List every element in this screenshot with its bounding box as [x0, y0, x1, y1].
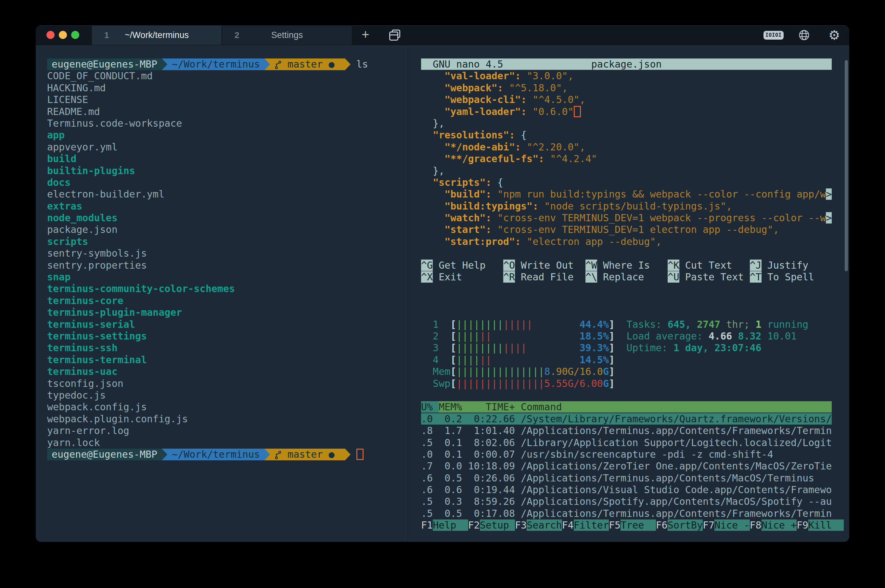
terminal-pane-left[interactable]: eugene@Eugenes-MBP~/Work/terminus master… — [36, 45, 408, 542]
gap — [615, 342, 626, 354]
nano-shortcut-key: ^J — [750, 260, 762, 271]
code-segment — [421, 188, 444, 200]
file-item: README.md — [47, 106, 408, 118]
code-segment: "build:typings": — [444, 201, 544, 212]
file-name: yarn-error.log — [47, 425, 129, 436]
meter-label: 4 — [421, 354, 450, 366]
nano-shortcut-label: Exit — [433, 271, 503, 283]
scrollbar[interactable] — [845, 60, 848, 271]
dir-item: terminus-terminal — [47, 354, 408, 366]
stack-front-square — [389, 32, 398, 40]
meter-bracket: [ — [450, 342, 456, 354]
nano-titlebar: GNU nano 4.5 package.json — [421, 58, 832, 70]
blank-row — [421, 307, 849, 318]
htop-info-segment: 10.01 — [767, 330, 796, 342]
file-item: electron-builder.yml — [47, 188, 408, 200]
meter-bars: || — [480, 354, 492, 366]
line-continuation-marker: > — [826, 212, 832, 224]
nano-line: "*/node-abi": "^2.20.0", — [421, 141, 849, 153]
code-segment: "^5.18.0", — [509, 82, 568, 93]
fkey-number: F3 — [515, 519, 526, 531]
code-segment — [421, 212, 444, 224]
htop-meter-row: 2 [|||||| 18.5%] Load average: 4.66 8.32… — [421, 330, 849, 342]
serial-ports-button[interactable]: IOIOI — [764, 31, 784, 40]
htop-meter-row: 1 [||||||||||||| 44.4%] Tasks: 645, 2747… — [421, 319, 849, 330]
selected-process: .0 0.2 0:22.66 /System/Library/Framework… — [421, 413, 832, 424]
terminal-pane-right[interactable]: GNU nano 4.5 package.json "val-loader": … — [408, 45, 849, 542]
dir-item: terminus-serial — [47, 319, 408, 330]
file-item: yarn-error.log — [47, 425, 408, 436]
nano-shortcut-label: Write Out — [515, 260, 585, 271]
windows-stack-icon[interactable] — [389, 30, 400, 40]
code-segment: "npm run build:typings && webpack --colo… — [497, 188, 826, 200]
prompt-path: ~/Work/terminus — [167, 448, 264, 460]
meter-value: 44.4% — [580, 319, 609, 330]
code-segment: "val-loader": — [444, 70, 526, 81]
meter-label: 3 — [421, 342, 450, 354]
meter-bracket: [ — [450, 354, 456, 366]
file-name: CODE_OF_CONDUCT.md — [47, 70, 153, 81]
prompt-user: eugene@Eugenes-MBP — [47, 58, 162, 70]
meter-bars: ||||| — [503, 319, 532, 330]
nano-line: "build": "npm run build:typings && webpa… — [421, 188, 849, 200]
code-segment: "resolutions": — [433, 129, 521, 141]
blank-row — [421, 283, 849, 295]
code-segment: }, — [421, 118, 444, 129]
prompt-line: eugene@Eugenes-MBP~/Work/terminus master… — [47, 448, 408, 460]
fkey-label: Nice - — [714, 519, 750, 531]
nano-shortcut-label: To Spell — [762, 271, 832, 283]
powerline-arrow — [264, 448, 270, 460]
new-tab-button[interactable]: + — [358, 26, 373, 45]
gap — [615, 330, 626, 342]
fkey-number: F7 — [703, 519, 714, 531]
htop-info-segment: 2747 — [697, 319, 720, 330]
close-button[interactable] — [46, 31, 55, 39]
branch-dirty-dot: ● — [329, 58, 334, 70]
code-segment: "webpack": — [444, 82, 509, 93]
minimize-button[interactable] — [59, 31, 67, 39]
gap — [615, 319, 626, 330]
file-name: build — [47, 153, 76, 164]
dir-item: build — [47, 153, 408, 165]
nano-line: "webpack": "^5.18.0", — [421, 82, 849, 94]
globe-button[interactable] — [798, 29, 810, 41]
process-row: .0 0.2 0:22.66 /System/Library/Framework… — [421, 413, 849, 425]
tab-title: Settings — [222, 26, 352, 45]
file-item: webpack.plugin.config.js — [47, 413, 408, 425]
meter-bars: |||| — [503, 342, 526, 354]
htop-meter-row: 4 [|||||| 14.5%] — [421, 354, 849, 366]
dir-item: terminus-uac — [47, 366, 408, 378]
file-name: terminus-core — [47, 295, 123, 306]
titlebar: 1 ~/Work/terminus 2 Settings + IOIOI ⚙ — [36, 26, 849, 45]
meter-bracket: ] — [609, 319, 615, 330]
meter-gap — [492, 330, 580, 342]
tab-work-terminus[interactable]: 1 ~/Work/terminus — [92, 26, 222, 45]
nano-line: "scripts": { — [421, 177, 849, 188]
terminal-cursor — [356, 448, 363, 460]
file-name: terminus-ssh — [47, 342, 118, 354]
process-text: .6 0.6 0:19.44 /Applications/Visual Stud… — [421, 484, 832, 495]
nano-line: "**/graceful-fs": "^4.2.4" — [421, 153, 849, 165]
file-name: Terminus.code-workspace — [47, 118, 182, 129]
meter-bars: ||||||||||||||| — [456, 378, 544, 389]
code-segment: "electron app --debug", — [526, 236, 662, 247]
tab-title: ~/Work/terminus — [92, 26, 222, 45]
settings-button[interactable]: ⚙ — [827, 27, 842, 44]
file-name: webpack.config.js — [47, 401, 147, 412]
dir-item: extras — [47, 201, 408, 212]
fkey-label: Search — [526, 519, 562, 531]
tab-settings[interactable]: 2 Settings — [222, 26, 352, 45]
fkey-number: F9 — [796, 519, 808, 531]
fkey-number: F5 — [609, 519, 621, 531]
process-text: .5 0.1 8:02.06 /Library/Application Supp… — [421, 437, 832, 448]
nano-shortcut-key: ^R — [503, 271, 515, 283]
file-name: terminus-settings — [47, 330, 147, 342]
htop-info-segment: thr; — [720, 319, 755, 330]
nano-shortcut-key: ^K — [668, 260, 680, 271]
file-name: appveyor.yml — [47, 141, 118, 153]
code-segment — [421, 153, 444, 164]
prompt-git-branch: master ● — [270, 448, 345, 460]
nano-shortcut-label: Replace — [597, 271, 668, 283]
zoom-button[interactable] — [71, 31, 79, 39]
dir-item: builtin-plugins — [47, 165, 408, 177]
